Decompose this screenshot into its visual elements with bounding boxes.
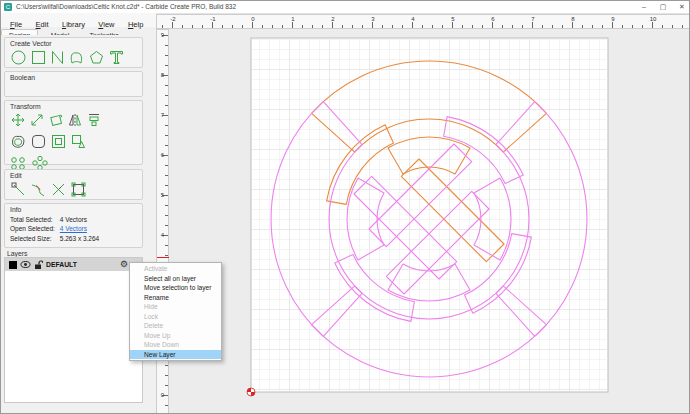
polygon-tool-icon[interactable] (88, 49, 105, 66)
close-button[interactable]: ✕ (673, 1, 690, 13)
ruler-tick-minor (602, 25, 603, 28)
ruler-tick-minor (282, 25, 283, 28)
ruler-tick-minor (642, 25, 643, 28)
ruler-tick-major (412, 22, 413, 28)
menu-item-activate: Activate (130, 264, 221, 274)
ruler-tick-minor (382, 25, 383, 28)
maximize-button[interactable]: ▢ (654, 1, 672, 13)
fillet-vectors-tool-icon[interactable] (30, 133, 47, 150)
layer-color-swatch[interactable] (9, 261, 17, 269)
h-ruler-label: 3 (368, 16, 378, 22)
ruler-tick-minor (632, 25, 633, 28)
ruler-tick-major (212, 22, 213, 28)
ruler-tick-major (532, 22, 533, 28)
ruler-tick-minor (662, 25, 663, 28)
circle-tool-icon[interactable] (10, 49, 27, 66)
section-info: Info Total Selected: 4 Vectors Open Sele… (4, 203, 143, 248)
layers-list[interactable]: DEFAULT ⚙ (4, 257, 143, 403)
trim-vectors-tool-icon[interactable] (70, 133, 87, 150)
scale-tool-icon[interactable] (29, 112, 45, 128)
ruler-tick-minor (502, 25, 503, 28)
section-boolean: Boolean (4, 71, 143, 97)
ruler-tick-minor (165, 65, 168, 66)
h-ruler-label: 10 (648, 16, 658, 22)
ruler-tick-minor (165, 385, 168, 386)
join-vectors-tool-icon[interactable] (50, 181, 67, 198)
ruler-tick-minor (582, 25, 583, 28)
section-title: Info (10, 206, 142, 213)
ruler-tick-major (292, 22, 293, 28)
ruler-tick-minor (165, 255, 168, 256)
ruler-tick-minor (165, 45, 168, 46)
v-ruler-label: 9 (158, 32, 164, 38)
ruler-tick-major (612, 22, 613, 28)
section-transform: Transform (4, 100, 143, 165)
section-title: Create Vector (10, 40, 142, 47)
canvas-area[interactable] (169, 29, 690, 414)
menu-item-move-selection-to-layer[interactable]: Move selection to layer (130, 283, 221, 293)
node-edit-tool-icon[interactable] (10, 181, 27, 198)
info-open-selected: Open Selected: 4 Vectors (10, 225, 142, 232)
ruler-tick-minor (432, 25, 433, 28)
curve-tool-icon[interactable] (68, 49, 85, 66)
menu-item-select-all-on-layer[interactable]: Select all on layer (130, 274, 221, 284)
minimize-button[interactable]: – (635, 1, 653, 13)
ruler-tick-minor (165, 175, 168, 176)
layers-section-title: Layers (7, 250, 27, 257)
menu-item-new-layer[interactable]: New Layer (130, 350, 221, 360)
v-ruler-label: 4 (158, 232, 164, 238)
ruler-tick-minor (165, 85, 168, 86)
ruler-tick-minor (165, 215, 168, 216)
ruler-tick-major (452, 22, 453, 28)
info-value: 5.263 x 3.264 (60, 235, 99, 242)
layer-visibility-eye-icon[interactable] (20, 260, 31, 269)
resize-selection-tool-icon[interactable] (70, 181, 87, 198)
rotate-tool-icon[interactable] (48, 112, 64, 128)
text-tool-icon[interactable] (108, 49, 125, 66)
layer-row-default[interactable]: DEFAULT ⚙ (5, 258, 142, 271)
align-tool-icon[interactable] (86, 112, 102, 128)
open-vectors-link[interactable]: 4 Vectors (60, 225, 87, 232)
move-tool-icon[interactable] (10, 112, 26, 128)
menu-item-lock: Lock (130, 312, 221, 322)
h-ruler-label: 9 (608, 16, 618, 22)
ruler-tick-minor (512, 25, 513, 28)
ruler-tick-minor (592, 25, 593, 28)
layer-gear-icon[interactable]: ⚙ (120, 259, 128, 269)
origin-marker[interactable] (247, 388, 255, 396)
ruler-tick-minor (522, 25, 523, 28)
info-label: Open Selected: (10, 225, 58, 232)
ruler-tick-minor (182, 25, 183, 28)
polyline-tool-icon[interactable] (50, 49, 65, 66)
ruler-tick-minor (165, 245, 168, 246)
h-ruler-label: 0 (248, 16, 258, 22)
mirror-tool-icon[interactable] (67, 112, 83, 128)
ruler-tick-major (492, 22, 493, 28)
ruler-tick-minor (482, 25, 483, 28)
ruler-tick-minor (562, 25, 563, 28)
info-value: 4 Vectors (60, 216, 87, 223)
ruler-tick-minor (222, 25, 223, 28)
linear-array-tool-icon[interactable] (10, 156, 28, 170)
layer-unlocked-icon[interactable] (34, 260, 43, 270)
design-canvas[interactable] (169, 29, 690, 414)
offset-inward-tool-icon[interactable] (50, 133, 67, 150)
section-title: Transform (10, 103, 142, 110)
h-ruler-label: 6 (488, 16, 498, 22)
ruler-tick-minor (362, 25, 363, 28)
h-ruler-label: -1 (208, 16, 218, 22)
ruler-tick-minor (242, 25, 243, 28)
menu-item-move-up: Move Up (130, 331, 221, 341)
info-selected-size: Selected Size: 5.263 x 3.264 (10, 235, 142, 242)
info-label: Selected Size: (10, 235, 58, 242)
offset-vectors-tool-icon[interactable] (10, 133, 27, 150)
ruler-tick-minor (312, 25, 313, 28)
v-ruler-label: 8 (158, 72, 164, 78)
rectangle-tool-icon[interactable] (30, 49, 47, 66)
ruler-tick-minor (402, 25, 403, 28)
h-ruler-label: 7 (528, 16, 538, 22)
ruler-tick-minor (672, 25, 673, 28)
menu-item-rename[interactable]: Rename (130, 293, 221, 303)
trim-curve-tool-icon[interactable] (30, 181, 47, 198)
ruler-tick-minor (202, 25, 203, 28)
